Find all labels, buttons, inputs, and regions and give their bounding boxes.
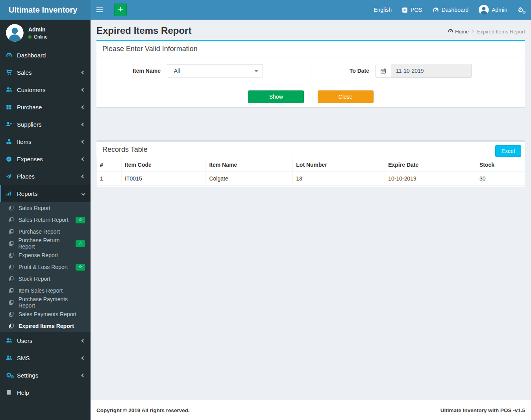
column-header-item-name: Item Name — [206, 158, 293, 172]
chevron-down-icon — [81, 192, 85, 195]
users-icon — [6, 355, 13, 361]
item-name-label: Item Name — [102, 68, 167, 74]
users-icon — [6, 87, 13, 93]
copy-icon — [9, 229, 15, 234]
sidebar-item-items[interactable]: Items — [0, 133, 91, 150]
sidebar-item-customers[interactable]: Customers — [0, 81, 91, 98]
cell-stock: 30 — [476, 172, 525, 186]
sidebar-subitem-label: Item Sales Report — [19, 287, 63, 294]
sidebar-toggle-button[interactable] — [91, 0, 109, 20]
sidebar-item-label: SMS — [17, 355, 30, 361]
sidebar-subitem-expense-report[interactable]: Expense Report — [0, 249, 91, 261]
sidebar-item-expenses[interactable]: Expenses — [0, 150, 91, 168]
sidebar-item-label: Items — [17, 138, 31, 145]
records-panel: Records Table Excel # — [96, 140, 525, 187]
bar-chart-icon — [6, 191, 13, 197]
sidebar-subitem-label: Purchase Report — [19, 228, 60, 235]
breadcrumb-home[interactable]: Home — [448, 28, 469, 35]
user-name: Admin — [28, 26, 48, 33]
sidebar-subitem-sales-return-report[interactable]: Sales Return Report ☆ — [0, 214, 91, 226]
nav-user-menu[interactable]: Admin — [474, 0, 512, 20]
sidebar-subitem-item-sales-report[interactable]: Item Sales Report — [0, 285, 91, 297]
sidebar-item-help[interactable]: Help — [0, 384, 91, 401]
tachometer-icon — [433, 7, 439, 13]
column-header-item-code: Item Code — [122, 158, 206, 172]
column-header-num: # — [97, 158, 122, 172]
sidebar-subitem-label: Expired Items Report — [19, 323, 74, 329]
filter-panel-header: Please Enter Valid Information — [96, 41, 525, 57]
item-name-selected-value: -All- — [172, 68, 182, 74]
show-button[interactable]: Show — [248, 90, 304, 103]
chevron-left-icon — [81, 339, 85, 343]
sidebar-item-sms[interactable]: SMS — [0, 349, 91, 367]
sidebar-subitem-label: Purchase Payments Report — [19, 296, 85, 309]
sidebar-item-settings[interactable]: ⚙⚙ Settings — [0, 367, 91, 384]
app-window: Ultimate Inventory + English POS Da — [0, 0, 531, 420]
sidebar-item-users[interactable]: Users — [0, 332, 91, 349]
filter-panel: Please Enter Valid Information Item Name… — [96, 40, 525, 107]
sidebar-subitem-purchase-report[interactable]: Purchase Report — [0, 226, 91, 238]
chevron-left-icon — [81, 88, 85, 92]
nav-settings[interactable]: ⚙⚙ — [512, 0, 531, 20]
sidebar-subitem-label: Sales Payments Report — [19, 311, 76, 317]
sidebar-subitem-label: Sales Report — [19, 205, 50, 211]
sidebar-subitem-purchase-return-report[interactable]: Purchase Return Report ☆ — [0, 238, 91, 249]
breadcrumb-current: Expired Items Report — [477, 29, 525, 35]
copy-icon — [9, 241, 15, 246]
sidebar-item-purchase[interactable]: Purchase — [0, 98, 91, 116]
copy-icon — [9, 311, 15, 317]
sidebar-item-suppliers[interactable]: Suppliers — [0, 116, 91, 133]
item-name-select[interactable]: -All- — [167, 64, 263, 77]
sidebar-item-label: Users — [17, 337, 32, 344]
to-date-label: To Date — [311, 68, 376, 74]
excel-export-button[interactable]: Excel — [495, 145, 521, 157]
sidebar-subitem-label: Profit & Loss Report — [19, 264, 68, 270]
sidebar-item-label: Expenses — [17, 156, 43, 162]
sidebar-item-label: Dashboard — [17, 52, 46, 59]
cell-expire-date: 10-10-2019 — [385, 172, 476, 186]
sidebar-item-label: Sales — [17, 69, 32, 76]
nav-language[interactable]: English — [368, 0, 397, 20]
chevron-down-icon — [254, 70, 258, 72]
copyright-text: Copyright © 2019 All rights reserved. — [96, 407, 190, 413]
hamburger-icon — [96, 7, 103, 8]
sidebar-item-label: Purchase — [17, 104, 42, 111]
sidebar-subitem-purchase-payments-report[interactable]: Purchase Payments Report — [0, 297, 91, 308]
copy-icon — [9, 205, 15, 211]
nav-pos[interactable]: POS — [397, 0, 427, 20]
sidebar-subitem-profit-loss-report[interactable]: Profit & Loss Report ☆ — [0, 261, 91, 273]
user-plus-icon — [6, 121, 13, 127]
close-button[interactable]: Close — [318, 90, 374, 103]
book-icon — [6, 390, 13, 396]
nav-dashboard[interactable]: Dashboard — [427, 0, 474, 20]
sidebar-subitem-expired-items-report[interactable]: Expired Items Report — [0, 320, 91, 332]
column-header-lot-number: Lot Number — [293, 158, 385, 172]
sidebar-item-places[interactable]: Places — [0, 168, 91, 185]
main-footer: Copyright © 2019 All rights reserved. Ul… — [91, 400, 531, 420]
to-date-input[interactable] — [391, 64, 472, 78]
sidebar-item-reports[interactable]: Reports — [0, 185, 91, 202]
table-header-row: # Item Code Item Name Lot Number Expire … — [97, 158, 525, 172]
version-text: Ultimate Inventory with POS -v1.5 — [440, 407, 525, 413]
copy-icon — [9, 288, 15, 293]
chevron-left-icon — [81, 373, 85, 377]
cell-item-name: Colgate — [206, 172, 293, 186]
nav-user-label: Admin — [492, 7, 507, 13]
sidebar-subitem-stock-report[interactable]: Stock Report — [0, 273, 91, 285]
breadcrumb-separator: > — [472, 29, 474, 34]
sidebar-item-dashboard[interactable]: Dashboard — [0, 46, 91, 64]
sidebar-subitem-sales-report[interactable]: Sales Report — [0, 202, 91, 214]
copy-icon — [9, 300, 15, 305]
copy-icon — [9, 252, 15, 258]
table-row: 1 IT0015 Colgate 13 10-10-2019 30 — [97, 172, 525, 186]
chevron-left-icon — [81, 122, 85, 126]
nav-pos-label: POS — [411, 7, 422, 13]
calendar-icon[interactable] — [376, 64, 391, 78]
nav-language-label: English — [374, 7, 392, 13]
app-logo[interactable]: Ultimate Inventory — [0, 0, 91, 20]
sidebar-subitem-sales-payments-report[interactable]: Sales Payments Report — [0, 308, 91, 320]
sidebar-item-sales[interactable]: Sales — [0, 64, 91, 81]
chevron-left-icon — [81, 70, 85, 74]
chevron-left-icon — [81, 140, 85, 144]
quick-add-button[interactable]: + — [114, 4, 127, 16]
